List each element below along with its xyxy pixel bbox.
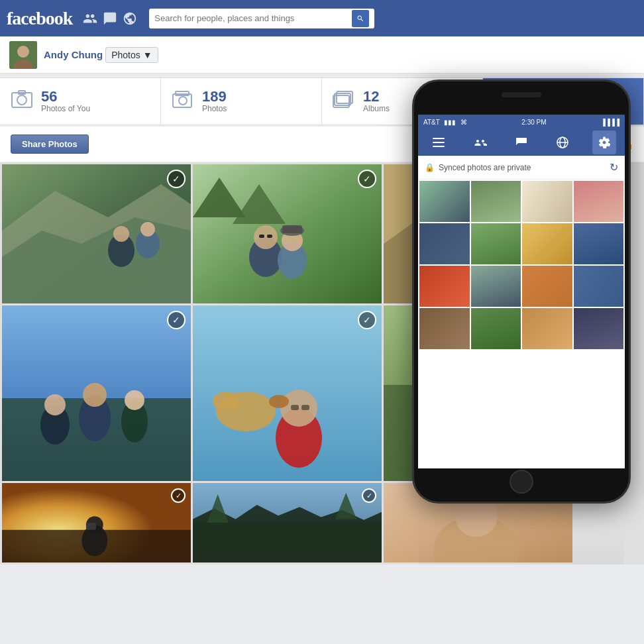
search-input[interactable]	[154, 13, 352, 23]
photos-number: 189	[202, 89, 227, 104]
albums-icon	[333, 90, 355, 113]
phone-chat-icon[interactable]	[510, 131, 533, 154]
svg-point-4	[17, 95, 27, 105]
svg-point-19	[113, 226, 129, 242]
photos-label: Photos	[202, 104, 227, 113]
check-badge-1[interactable]: ✓	[167, 170, 186, 188]
nav-icons	[83, 11, 137, 26]
messages-icon[interactable]	[103, 11, 117, 26]
photo-7[interactable]: ✓	[2, 483, 191, 563]
facebook-logo: facebook	[7, 8, 72, 29]
phone-synced-banner: 🔒 Synced photos are private ↻	[418, 156, 625, 180]
phone-settings-icon[interactable]	[592, 131, 616, 154]
phone-mockup: AT&T ▮▮▮ ⌘ 2:30 PM ▐▐▐▐	[412, 80, 644, 530]
svg-rect-49	[291, 405, 299, 410]
svg-point-8	[179, 97, 187, 105]
photos-icon	[172, 90, 194, 113]
phone-reflection	[419, 530, 624, 564]
phone-lock-icon: 🔒	[425, 163, 435, 172]
albums-label: Albums	[363, 104, 390, 113]
navbar: facebook	[0, 0, 644, 36]
phone-thumb-5[interactable]	[419, 223, 470, 264]
phone-thumb-2[interactable]	[471, 181, 521, 222]
photo-1[interactable]: ✓	[2, 164, 191, 303]
svg-rect-27	[259, 235, 264, 238]
phone-thumb-3[interactable]	[522, 181, 572, 222]
check-badge-7[interactable]: ✓	[171, 488, 186, 503]
phone-refresh-icon[interactable]: ↻	[610, 161, 618, 174]
phone-nav-bar	[418, 129, 625, 156]
search-bar[interactable]	[149, 9, 374, 28]
phone-battery: ▐▐▐▐	[601, 119, 619, 126]
share-photos-button[interactable]: Share Photos	[11, 134, 89, 154]
svg-point-1	[17, 46, 29, 58]
svg-rect-32	[282, 225, 302, 233]
phone-thumb-16[interactable]	[574, 308, 624, 349]
svg-rect-72	[433, 142, 445, 143]
phone-thumb-4[interactable]	[574, 181, 624, 222]
phone-carrier: AT&T ▮▮▮ ⌘	[423, 119, 467, 126]
search-button[interactable]	[352, 10, 369, 27]
wifi-icon: ⌘	[460, 119, 467, 126]
phone-globe-icon[interactable]	[551, 131, 574, 154]
check-badge-8[interactable]: ✓	[362, 488, 376, 503]
photo-2[interactable]: ✓	[193, 164, 382, 303]
svg-rect-28	[267, 235, 272, 238]
stat-photos-of-you[interactable]: 56 Photos of You	[0, 78, 161, 125]
phone-thumb-13[interactable]	[419, 308, 470, 349]
globe-icon[interactable]	[123, 11, 137, 26]
svg-point-45	[125, 390, 144, 410]
phone-thumb-14[interactable]	[471, 308, 521, 349]
phone-friends-icon[interactable]	[468, 131, 492, 154]
photo-8[interactable]: ✓	[193, 483, 382, 563]
photos-of-you-icon	[11, 90, 33, 113]
phone-thumb-12[interactable]	[574, 266, 624, 307]
phone-thumb-1[interactable]	[419, 181, 470, 222]
check-badge-4[interactable]: ✓	[167, 311, 186, 329]
check-badge-5[interactable]: ✓	[358, 311, 376, 329]
svg-point-41	[44, 394, 66, 415]
albums-number: 12	[363, 89, 390, 104]
photo-5[interactable]: ✓	[193, 305, 382, 481]
svg-rect-71	[433, 138, 445, 139]
phone-photo-grid	[418, 180, 625, 350]
phone-thumb-8[interactable]	[574, 223, 624, 264]
phone-thumb-10[interactable]	[471, 266, 521, 307]
phone-thumb-15[interactable]	[522, 308, 572, 349]
svg-rect-62	[86, 523, 96, 530]
friends-icon[interactable]	[83, 11, 97, 26]
photos-dropdown[interactable]: Photos ▼	[105, 47, 158, 63]
profile-name: Andy Chung	[44, 49, 103, 60]
svg-point-53	[269, 395, 289, 408]
photos-of-you-label: Photos of You	[41, 104, 90, 113]
phone-thumb-6[interactable]	[471, 223, 521, 264]
phone-body: AT&T ▮▮▮ ⌘ 2:30 PM ▐▐▐▐	[412, 80, 631, 504]
phone-thumb-7[interactable]	[522, 223, 572, 264]
svg-point-43	[83, 383, 107, 407]
photos-of-you-number: 56	[41, 89, 90, 104]
phone-screen: AT&T ▮▮▮ ⌘ 2:30 PM ▐▐▐▐	[418, 115, 625, 468]
phone-speaker	[502, 92, 541, 97]
avatar	[9, 41, 37, 69]
stat-photos[interactable]: 189 Photos	[161, 78, 322, 125]
svg-point-52	[213, 392, 239, 411]
phone-home-button[interactable]	[510, 470, 533, 494]
phone-synced-label: Synced photos are private	[439, 163, 531, 172]
svg-rect-73	[433, 146, 445, 147]
check-badge-2[interactable]: ✓	[358, 170, 376, 188]
photo-4[interactable]: ✓	[2, 305, 191, 481]
phone-menu-icon[interactable]	[427, 131, 451, 154]
phone-status-bar: AT&T ▮▮▮ ⌘ 2:30 PM ▐▐▐▐	[418, 115, 625, 129]
svg-rect-50	[301, 405, 309, 410]
phone-time: 2:30 PM	[521, 119, 546, 126]
profile-bar: Andy Chung Photos ▼	[0, 36, 644, 74]
svg-point-21	[140, 222, 155, 237]
svg-point-26	[254, 225, 278, 249]
phone-thumb-11[interactable]	[522, 266, 572, 307]
phone-thumb-9[interactable]	[419, 266, 470, 307]
